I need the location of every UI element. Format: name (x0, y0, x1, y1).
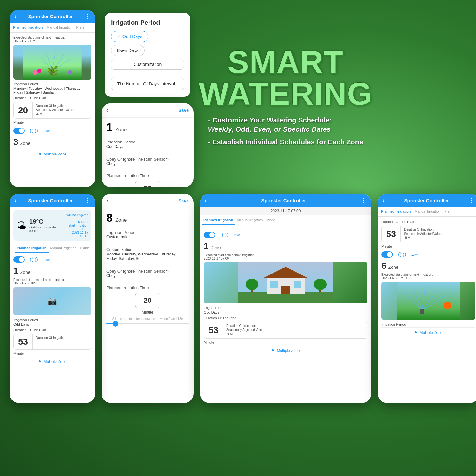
detail-zone-label-1: Zone (115, 127, 127, 133)
popup-title: Irrigation Period (111, 19, 184, 26)
detail-zone-label-8: Zone (115, 217, 127, 223)
zone-image-3 (204, 262, 367, 303)
tab-manual-1[interactable]: Manual Irrigation (45, 23, 75, 32)
tab-plan-2[interactable]: Plann (78, 243, 91, 253)
tab-manual-3[interactable]: Manual Irrigation (235, 215, 265, 225)
multiple-zone-row-3[interactable]: ⚑ Multiple Zone (204, 346, 367, 353)
even-days-btn[interactable]: Even Days (111, 45, 145, 56)
edit-icon-3[interactable]: ≡✏ (234, 232, 241, 238)
tab-planned-4[interactable]: Planned Irrigation (379, 207, 413, 216)
plan-title-1: Duration Of The Plan (13, 96, 91, 100)
tab-plan-3[interactable]: Plann (265, 215, 277, 225)
toggle-1[interactable] (13, 128, 25, 134)
zone-row-2: 1 Zone (13, 266, 91, 276)
irr-period-label-1: Irrigation Period (13, 82, 91, 86)
detail-irr-period-row-8[interactable]: Irrigation Period Customization › (102, 226, 194, 243)
back-button-1[interactable]: ‹ (14, 13, 16, 20)
zone-row-1: 3 Zone (13, 137, 91, 147)
arrow-obey-1: › (187, 159, 189, 164)
menu-button-2[interactable]: ⋮ (85, 197, 90, 204)
option-buttons: ✓ Odd Days Even Days Customization (111, 31, 184, 70)
tabs-row-2: Planned Irrigation Manual Irrigation Pla… (13, 243, 91, 253)
edit-icon-4[interactable]: ≡✏ (411, 252, 418, 258)
odd-days-btn[interactable]: ✓ Odd Days (111, 31, 148, 42)
svg-rect-21 (397, 282, 460, 320)
next-irr-label-1: Expected start time of next irrigation: … (13, 36, 91, 43)
signal-icon-1: ((·)) (30, 128, 38, 134)
tab-planned-2[interactable]: Planned Irrigation (15, 243, 49, 253)
edit-icon-2[interactable]: ≡✏ (43, 257, 50, 263)
controls-row-3: ((·)) ≡✏ (204, 232, 367, 238)
tabs-row-3: Planned Irrigation Manual Irrigation Pla… (200, 215, 371, 225)
slider-track-8[interactable] (106, 323, 189, 324)
placeholder-img-2: 📷 (13, 287, 91, 315)
controls-row-4: ((·)) ≡✏ (381, 251, 475, 258)
app-title-2: Sprinkler Controller (28, 198, 73, 203)
toggle-3[interactable] (204, 232, 215, 238)
back-button-2[interactable]: ‹ (14, 197, 16, 204)
tab-manual-2[interactable]: Manual Irrigation (49, 243, 78, 253)
planned-time-label-8: Planned Irrigation Time (106, 285, 189, 290)
planned-time-label-1: Planned Irrigation Time (106, 173, 189, 178)
tab-plan-4[interactable]: Plann (442, 207, 455, 216)
svg-rect-15 (270, 281, 278, 288)
app-topbar-4: ‹ Sprinkler Controller ⋮ (378, 194, 476, 207)
zone8-detail-screen: ‹ Save 8 Zone Irrigation Period Customiz… (102, 194, 194, 403)
detail-back-8[interactable]: ‹ (106, 197, 108, 204)
back-button-4[interactable]: ‹ (382, 197, 384, 204)
duration-box-4: 53 Duration Of Irrigation: -- Seasonally… (381, 226, 475, 242)
smart-line1: SMART (199, 46, 372, 78)
svg-rect-27 (420, 309, 424, 314)
detail-topbar-8: ‹ Save (102, 194, 194, 208)
multiple-zone-row-1[interactable]: ⚑ Multiple Zone (13, 149, 91, 156)
next-irr-3: Expected start time of next irrigation: … (204, 253, 367, 260)
back-button-3[interactable]: ‹ (205, 197, 207, 204)
days-interval-btn[interactable]: The Number Of Days Interval (111, 77, 184, 90)
toggle-4[interactable] (381, 251, 393, 258)
tab-plan-1[interactable]: Plann (74, 23, 87, 32)
menu-button-4[interactable]: ⋮ (469, 197, 474, 204)
duration-box-1: 20 Duration Of Irrigation: -- Seasonally… (13, 102, 91, 119)
slider-section-1: Planned Irrigation Time 53 Minute Slide … (102, 170, 194, 187)
tab-manual-4[interactable]: Manual Irrigation (413, 207, 443, 216)
minute-label-1: Minute (13, 121, 91, 124)
detail-save-8[interactable]: Save (178, 198, 189, 203)
toggle-2[interactable] (13, 256, 25, 263)
multiple-zone-row-4[interactable]: ⚑ Multiple Zone (381, 327, 475, 335)
zone6-screen: ‹ Sprinkler Controller ⋮ Planned Irrigat… (378, 194, 476, 403)
zone1-main-screen: ‹ Sprinkler Controller ⋮ 2023-11-17 07:0… (200, 194, 371, 403)
signal-icon-2: ((·)) (30, 257, 38, 262)
detail-save-1[interactable]: Save (178, 108, 189, 113)
duration-number-1: 20 (14, 102, 33, 118)
edit-icon-1[interactable]: ≡✏ (43, 128, 50, 134)
menu-button-1[interactable]: ⋮ (85, 13, 90, 20)
detail-irr-period-row-1[interactable]: Irrigation Period Odd Days › (102, 136, 194, 153)
next-irr-2: Expected start time of next irrigation: … (13, 278, 91, 285)
tab-planned-3[interactable]: Planned Irrigation (202, 215, 235, 225)
signal-icon-3: ((·)) (220, 232, 228, 238)
app-title-1: Sprinkler Controller (28, 14, 73, 19)
menu-button-3[interactable]: ⋮ (361, 197, 367, 204)
detail-zone-num-8: 8 (106, 211, 113, 225)
svg-point-9 (68, 70, 72, 75)
customization-btn[interactable]: Customization (111, 59, 184, 70)
bullet-2: - Establish Individual Schedules for Eac… (208, 138, 363, 147)
tabs-row-4: Planned Irrigation Manual Irrigation Pla… (378, 207, 476, 217)
zone-row-3: 1 Zone (204, 241, 367, 251)
app-topbar-3: ‹ Sprinkler Controller ⋮ (200, 194, 371, 207)
smart-title: SMART WATERING (199, 46, 372, 109)
detail-obey-row-1[interactable]: Obey Or Ignore The Rain Sensor? Obey › (102, 153, 194, 170)
duration-box-3: 53 Duration Of Irrigation: -- Seasonally… (204, 322, 367, 339)
slider-section-8: Planned Irrigation Time 20 Minute Slide … (102, 282, 194, 327)
detail-custom-row-8[interactable]: Customization Monday, Tuesday, Wednesday… (102, 243, 194, 265)
smart-watering-section: SMART WATERING - Customize Your Watering… (197, 6, 374, 190)
date-bar: 2023-11-17 07:00 (200, 207, 371, 215)
next-irr-4: Expected start time of next irrigation: … (381, 273, 475, 280)
app-topbar-2: ‹ Sprinkler Controller ⋮ (10, 194, 95, 207)
app-topbar-1: ‹ Sprinkler Controller ⋮ (10, 10, 95, 23)
svg-point-8 (37, 69, 41, 73)
detail-back-1[interactable]: ‹ (106, 107, 108, 114)
tab-planned-1[interactable]: Planned Irrigation (11, 23, 45, 32)
detail-obey-row-8[interactable]: Obey Or Ignore The Rain Sensor? Obey › (102, 265, 194, 282)
multiple-zone-row-2[interactable]: ⚑ Multiple Zone (13, 357, 91, 364)
